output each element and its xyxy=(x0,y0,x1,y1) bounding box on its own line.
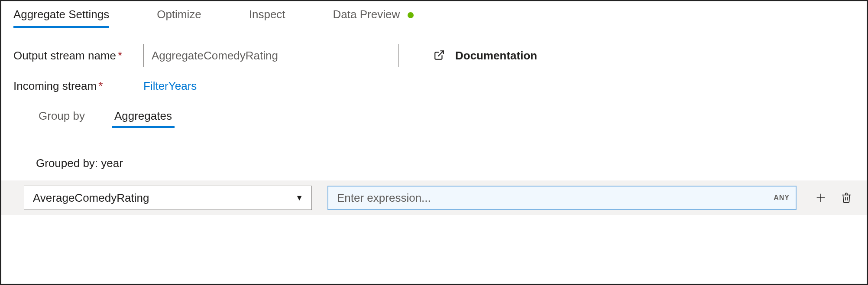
tab-optimize[interactable]: Optimize xyxy=(157,1,201,28)
status-indicator-icon xyxy=(408,12,414,18)
required-asterisk-icon: * xyxy=(98,79,103,92)
grouped-by-text: Grouped by: year xyxy=(36,157,855,170)
trash-icon xyxy=(841,192,852,203)
row-actions xyxy=(812,189,855,206)
svg-line-0 xyxy=(438,51,444,56)
tab-aggregate-settings[interactable]: Aggregate Settings xyxy=(13,1,109,28)
sub-tabs: Group by Aggregates xyxy=(13,105,855,127)
tab-data-preview[interactable]: Data Preview xyxy=(333,1,414,28)
aggregate-row: AverageComedyRating ▼ ANY xyxy=(1,180,867,215)
top-tabs: Aggregate Settings Optimize Inspect Data… xyxy=(1,1,867,28)
add-button[interactable] xyxy=(812,189,829,206)
form-area: Output stream name* Documentation Incomi… xyxy=(1,28,867,170)
incoming-stream-row: Incoming stream* FilterYears xyxy=(13,79,855,93)
expression-input[interactable] xyxy=(327,186,797,210)
tab-inspect[interactable]: Inspect xyxy=(249,1,285,28)
incoming-stream-link[interactable]: FilterYears xyxy=(143,79,197,93)
column-dropdown-field[interactable]: AverageComedyRating xyxy=(24,186,312,210)
documentation-label: Documentation xyxy=(455,49,537,62)
subtab-aggregates[interactable]: Aggregates xyxy=(112,105,175,127)
aggregate-panel: Aggregate Settings Optimize Inspect Data… xyxy=(0,0,868,285)
required-asterisk-icon: * xyxy=(118,49,122,62)
documentation-link[interactable]: Documentation xyxy=(434,49,537,62)
output-stream-input[interactable] xyxy=(143,44,399,67)
subtab-group-by[interactable]: Group by xyxy=(36,105,87,127)
tab-data-preview-label: Data Preview xyxy=(333,8,400,21)
expression-wrap: ANY xyxy=(327,186,797,210)
column-dropdown[interactable]: AverageComedyRating ▼ xyxy=(24,186,312,210)
external-link-icon xyxy=(434,49,445,62)
output-stream-label: Output stream name* xyxy=(13,49,143,62)
delete-button[interactable] xyxy=(838,190,855,206)
incoming-stream-label: Incoming stream* xyxy=(13,79,143,93)
plus-icon xyxy=(815,192,827,204)
output-stream-row: Output stream name* Documentation xyxy=(13,44,855,67)
